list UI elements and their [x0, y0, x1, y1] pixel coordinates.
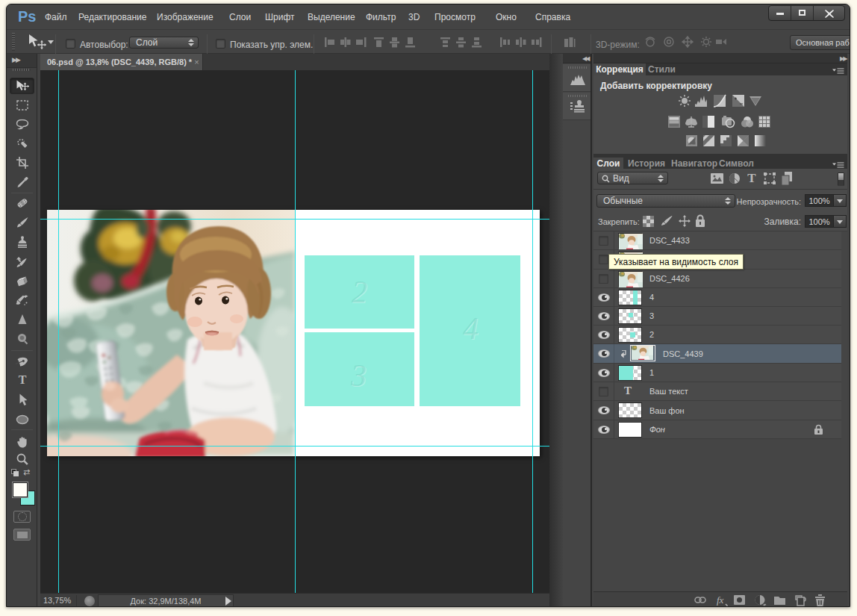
svg-text:T: T — [747, 171, 756, 185]
svg-text:fx: fx — [717, 594, 724, 606]
svg-text:T: T — [18, 374, 26, 386]
